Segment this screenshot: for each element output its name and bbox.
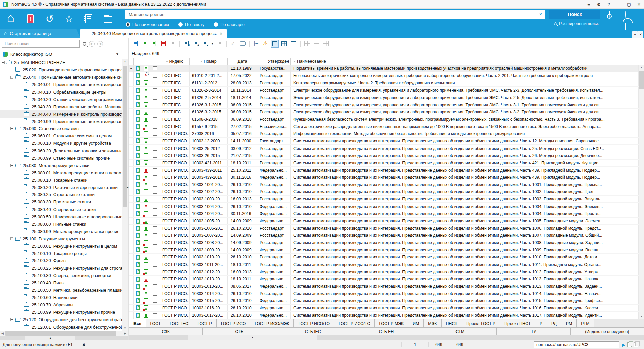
row-checkbox[interactable] [153, 270, 157, 274]
expander-icon[interactable] [10, 237, 13, 240]
folder-search-input[interactable] [2, 40, 80, 48]
header-number[interactable]: Номер [190, 58, 228, 65]
open-document-green-icon[interactable] [141, 40, 149, 48]
row-checkbox[interactable] [153, 168, 157, 172]
row-checkbox[interactable] [153, 183, 157, 187]
Электрическое оборудование для измерения, управления и лабораторного применения. Требования ЭМС. Часть 2-5. Дополнительные требования, испытател...[interactable]: ГОСТ IEC 61326-2-5-2014 18.11.2014 Росст… [129, 94, 639, 102]
scrollbar-thumb[interactable] [5, 331, 116, 336]
row-checkbox[interactable] [153, 299, 157, 303]
close-button[interactable]: ✕ [634, 0, 644, 9]
filter-tab[interactable]: Проект ПНСТ [500, 319, 535, 327]
filter-tab[interactable]: СЗК [129, 328, 203, 335]
open-document-blue-icon[interactable] [131, 40, 139, 48]
filter-tab[interactable]: ГОСТ Р [193, 319, 217, 327]
expander-icon[interactable] [2, 61, 5, 64]
hierarchy-icon[interactable]: ├─ [252, 40, 260, 48]
filter-tab[interactable]: Проект ГОСТ Р [462, 319, 500, 327]
Системы автоматизации производства и их интеграция. Представление данных об изделии и обмен этими данными. Часть 1003. Прикладной модуль. Визуаль...[interactable]: ГОСТ Р ИСО... 10303-1003-20... 16.09.201… [129, 196, 639, 203]
tab-25-040-40[interactable]: 25.040.40 Измерение и контроль производс… [80, 29, 227, 38]
Системы автоматизации производства и их интеграция. Представление данных об изделии и обмен этими данными. Часть 1016. Прикладной модуль. Класси...[interactable]: ГОСТ Р ИСО... 10303-1016-20... 26.10.201… [129, 305, 639, 312]
split-grid-1-icon[interactable] [303, 40, 311, 48]
Системы автоматизации производства и их интеграция. Представление данных об изделии и обмен этими данными. Часть 1014. Прикладной модуль. Назнач...[interactable]: ГОСТ Р ИСО... 10303-1014-20... 26.10.201… [129, 290, 639, 297]
search-icon[interactable] [83, 42, 86, 46]
tree-item[interactable]: 25.080.20 Расточные и фрезерные станки [0, 184, 122, 191]
collapse-handle[interactable]: ▲ [188, 335, 317, 340]
Контроллеры программируемые. Часть 2. Требования к оборудованию и испытания[interactable]: ГОСТ IEC 61131-2-2012 28.08.2013 Росстан… [129, 79, 639, 87]
tree-item[interactable]: 25.100.99 Режущие инструменты прочие [0, 308, 122, 316]
document-gray-icon[interactable] [169, 40, 177, 48]
tree-vertical-scrollbar[interactable]: ▲ ▼ [122, 59, 128, 331]
header-date[interactable]: Дата [228, 58, 257, 65]
Электрическое оборудование для измерения, управления и лабораторного применения. Требования ЭМС. Часть 3-2. Требования помехоустойчивости для си...[interactable]: ГОСТ IEC 61326-3-2-2015 06.08.2015 Росст… [129, 109, 639, 116]
export-dropdown-icon[interactable]: ▾ [210, 40, 214, 48]
row-checkbox[interactable] [153, 147, 157, 151]
Сети электрические распределительные низковольтные напряжением до 1000 В переменного тока и 1500 В постоянного тока. Электробезопасность. Аппарат...[interactable]: ГОСТ IEC 61557-9-2015 27.02.2015 Евразий… [129, 123, 639, 130]
Системы автоматизации производства и их интеграция. Представление данных об изделии и обмен этими данными. Часть 1004. Прикладной модуль. Просте...[interactable]: ГОСТ Р ИСО... 10303-1004-20... 30.11.201… [129, 210, 639, 218]
filter-tab[interactable]: РМ [561, 319, 577, 327]
row-checkbox[interactable] [153, 241, 157, 245]
scroll-right-icon[interactable]: ▶ [123, 331, 128, 336]
table-vertical-scrollbar[interactable]: ▲ ▼ [639, 65, 644, 319]
scroll-down-icon[interactable]: ▼ [122, 326, 128, 331]
tree-item[interactable]: 25.100.50 Метчики, резьбонарезные плашки [0, 287, 122, 294]
tree-item[interactable]: 25.120 Оборудование для бесстружечной об… [0, 316, 122, 323]
Системы автоматизации производства и их интеграция. Представление данных об изделии и обмен этими данными. Часть 25. Методы реализации. Связь EXP...[interactable]: ГОСТ Р ИСО... 10303-25-2012 03.09.2012 Р… [129, 145, 639, 152]
header-checkbox-col[interactable] [150, 58, 160, 65]
tree-item[interactable]: 25.100.30 Сверла, зенковки, развертки [0, 272, 122, 279]
Системы автоматизации производства и их интеграция. Представление данных об изделии и обмен этими данными. Часть 1002. Прикладной модуль. Цвет[interactable]: ГОСТ Р ИСО... 10303-1002-20... 26.10.201… [129, 188, 639, 196]
filter-tab[interactable]: ГОСТ [146, 319, 166, 327]
Системы автоматизации производства и их интеграция. Представление данных об изделии и обмен этими данными. Часть 1013. Прикладной модуль. Назнач...[interactable]: ГОСТ Р ИСО... 10303-1013-20... 18.10.201… [129, 276, 639, 283]
Системы автоматизации производства и их интеграция. Представление данных об изделии и обмен этими данными. Часть 1013. Прикладной модуль. Задани...[interactable]: ГОСТ Р ИСО... 10303-1013-20... 08.06.201… [129, 283, 639, 290]
row-checkbox[interactable] [153, 292, 157, 296]
filter-tab[interactable]: Р [535, 319, 547, 327]
search-input[interactable] [125, 12, 537, 17]
row-checkbox[interactable] [153, 66, 157, 70]
row-checkbox[interactable] [153, 139, 157, 143]
Электрическое оборудование для измерения, управления и лабораторного применения. Требования ЭМС. Часть 3-1. Требования помехоустойчивости для си...[interactable]: ГОСТ IEC 61326-3-1-2015 06.08.2015 Росст… [129, 101, 639, 109]
tab-list-dropdown-icon[interactable]: ▾ [632, 31, 638, 38]
tree-item[interactable]: 25.100 Режущие инструменты [0, 235, 122, 242]
Системы автоматизации производства и их интеграция. Представление данных об изделии и обмен этими данными. Часть 1006. Прикладной модуль. Предст...[interactable]: ГОСТ Р ИСО... 10303-1006-20... 26.10.201… [129, 225, 639, 232]
tree-item[interactable]: 25.100.25 Режущие инструменты для строга… [0, 265, 122, 272]
row-checkbox[interactable] [153, 219, 157, 223]
row-checkbox[interactable] [153, 248, 157, 252]
filter-tab[interactable]: ГОСТ IEC [165, 319, 193, 327]
row-checkbox[interactable] [153, 277, 157, 281]
toolbar-separator[interactable] [178, 40, 181, 48]
tree-item[interactable]: 25.060.99 Станочные системы прочие [0, 155, 122, 162]
tree-item[interactable]: 25.060 Станочные системы [0, 125, 122, 132]
tree-item[interactable]: 25.100.40 Пилы [0, 279, 122, 287]
card-list-view-icon[interactable] [271, 40, 279, 48]
tree-item[interactable]: 25.100.60 Напильники [0, 294, 122, 301]
document-cancelled-icon[interactable] [159, 40, 167, 48]
row-checkbox[interactable] [153, 263, 157, 267]
search-clear-icon[interactable]: ✕ [537, 12, 545, 17]
tree-item[interactable]: 25.100.10 Токарные резцы [0, 250, 122, 257]
row-checkbox[interactable] [153, 125, 157, 129]
Системы автоматизации производства и их интеграция. Представление данных об изделии и обмен этими данными. Часть 1001. Прикладной модуль. Присва...[interactable]: ГОСТ Р ИСО... 10303-1001-20... 26.10.201… [129, 181, 639, 189]
normacs-url-field[interactable]: normacs://normacs.ru/UPC3 [534, 341, 619, 348]
split-grid-3-icon[interactable] [322, 40, 330, 48]
filter-tab[interactable]: ГОСТ Р ИСО/ТО [294, 319, 334, 327]
Системы автоматизации производства и их интеграция. Представление данных об изделии и обмен этими данными. Часть 1011. Прикладной модуль. Органи...[interactable]: ГОСТ Р ИСО... 10303-1011-20... 18.10.201… [129, 261, 639, 269]
tree-item[interactable]: 25.060.10 Модули и другие устройства [0, 140, 122, 147]
search-mode-radio[interactable]: По наименованию [126, 22, 169, 27]
tree-item[interactable]: 25.080.10 Токарные станки [0, 176, 122, 184]
table-view-icon[interactable] [280, 40, 288, 48]
Системы автоматизации производства и их интеграция. Представление данных об изделии и обмен этими данными. Часть 1007. Прикладные модули. Общий...[interactable]: ГОСТ Р ИСО... 10303-1007-20... 14.09.200… [129, 232, 639, 239]
actual-documents-icon[interactable]: ! [24, 12, 36, 25]
go-url-icon[interactable]: ▶ [622, 342, 625, 347]
row-checkbox[interactable] [153, 306, 157, 310]
filter-tab[interactable]: ГОСТ Р ИСО [217, 319, 251, 327]
filter-tab[interactable]: ТУ [497, 328, 570, 335]
header-approved[interactable]: Утвержден [257, 58, 291, 65]
chevron-down-icon[interactable]: ▼ [116, 52, 119, 56]
tree-item[interactable]: 25.040.99 Промышленные автоматизированны… [0, 118, 122, 125]
tree-item[interactable]: 25.040.01 Промышленные автоматизированны… [0, 81, 122, 89]
Системы автоматизации производства и их интеграция. Представление данных об изделии и обмен этими данными. Часть 1010. Прикладной модуль. Дата и ...[interactable]: ГОСТ Р ИСО... 10303-1010-20... 26.10.201… [129, 254, 639, 261]
copy-list-icon[interactable] [627, 342, 632, 347]
classifier-header[interactable]: Классификатор ISO ▼ [0, 49, 128, 59]
collapse-handle[interactable]: ▲ [25, 336, 75, 340]
comments-icon[interactable] [238, 40, 247, 48]
find-prev-icon[interactable]: ◀ [97, 41, 103, 47]
